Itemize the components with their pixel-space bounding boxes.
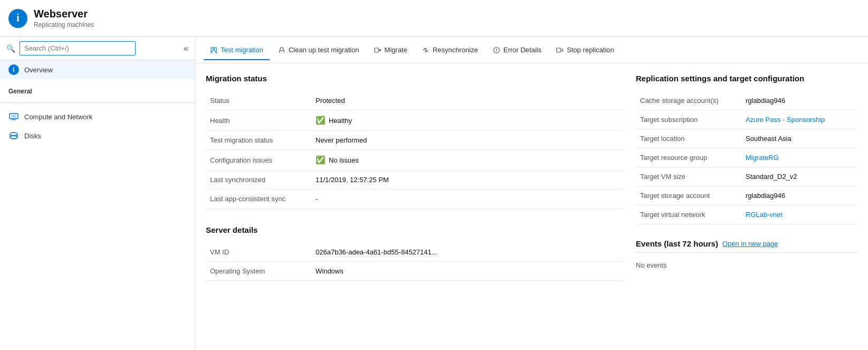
test-migration-status-value: Never performed: [311, 131, 623, 150]
migrate-icon: [374, 46, 381, 54]
table-row: Target storage account rglabdiag946: [636, 186, 857, 205]
target-subscription-link[interactable]: Azure Pass - Sponsorship: [746, 116, 825, 124]
config-check-icon: ✅: [316, 155, 326, 165]
tab-stop-replication[interactable]: Stop replication: [550, 40, 621, 60]
sidebar-item-disks[interactable]: Disks: [0, 126, 195, 145]
target-resource-group-value: MigrateRG: [741, 148, 857, 167]
svg-rect-14: [557, 48, 560, 52]
tab-bar: Test migration Clean up test migration M…: [195, 37, 868, 63]
info-icon: i: [8, 64, 19, 75]
sidebar-general-label: General: [0, 79, 195, 98]
test-migration-icon: [210, 46, 217, 54]
compute-icon: [8, 111, 19, 122]
cache-storage-label: Cache storage account(s): [636, 91, 741, 110]
target-location-value: Southeast Asia: [741, 129, 857, 148]
last-synchronized-label: Last synchronized: [206, 171, 311, 190]
top-header: i Webserver Replicating machines: [0, 0, 868, 37]
table-row: Test migration status Never performed: [206, 131, 623, 150]
migration-status-table: Status Protected Health ✅ Healthy: [206, 91, 623, 209]
migration-status-title: Migration status: [206, 74, 623, 83]
svg-rect-2: [12, 119, 15, 120]
configuration-issues-label: Configuration issues: [206, 150, 311, 171]
health-label: Health: [206, 110, 311, 131]
vm-id-value: 026a7b36-adea-4a61-bd55-84527141...: [311, 243, 623, 262]
tab-migrate[interactable]: Migrate: [368, 40, 414, 60]
no-events-text: No events: [636, 257, 857, 273]
resynchronize-icon: [422, 46, 430, 54]
table-row: Operating System Windows: [206, 262, 623, 281]
error-details-icon: [493, 46, 500, 54]
disk-icon: [8, 130, 19, 141]
events-title: Events (last 72 hours): [636, 239, 718, 248]
stop-replication-icon: [556, 46, 564, 54]
health-check-icon: ✅: [316, 116, 326, 125]
sidebar: 🔍 « i Overview General: [0, 37, 195, 350]
svg-rect-3: [11, 120, 16, 120]
target-location-label: Target location: [636, 129, 741, 148]
tab-resynchronize-label: Resynchronize: [433, 46, 478, 54]
events-open-link[interactable]: Open in new page: [722, 240, 778, 248]
main-layout: 🔍 « i Overview General: [0, 37, 868, 350]
tab-migrate-label: Migrate: [385, 46, 407, 54]
health-value: ✅ Healthy: [311, 110, 623, 131]
last-synchronized-value: 11/1/2019, 12:57:25 PM: [311, 171, 623, 190]
last-app-sync-value: -: [311, 190, 623, 209]
tab-clean-up-test-migration[interactable]: Clean up test migration: [272, 40, 366, 60]
scroll-content: Migration status Status Protected Health: [195, 63, 868, 350]
target-resource-group-label: Target resource group: [636, 148, 741, 167]
tab-error-details[interactable]: Error Details: [487, 40, 548, 60]
table-row: Target location Southeast Asia: [636, 129, 857, 148]
svg-rect-7: [375, 48, 378, 52]
target-subscription-value: Azure Pass - Sponsorship: [741, 110, 857, 129]
sidebar-item-overview[interactable]: i Overview: [0, 60, 195, 79]
search-icon: 🔍: [6, 44, 15, 53]
test-migration-status-label: Test migration status: [206, 131, 311, 150]
collapse-button[interactable]: «: [184, 44, 188, 53]
page-subtitle: Replicating machines: [34, 21, 94, 29]
server-details-title: Server details: [206, 225, 623, 234]
vm-id-label: VM ID: [206, 243, 311, 262]
svg-rect-1: [11, 115, 16, 118]
events-divider: [636, 252, 857, 253]
target-subscription-label: Target subscription: [636, 110, 741, 129]
search-input[interactable]: [20, 41, 136, 55]
os-value: Windows: [311, 262, 623, 281]
target-vm-size-value: Standard_D2_v2: [741, 167, 857, 186]
configuration-issues-value: ✅ No issues: [311, 150, 623, 171]
svg-point-4: [10, 133, 17, 136]
table-row: Target virtual network RGLab-vnet: [636, 205, 857, 224]
target-virtual-network-value: RGLab-vnet: [741, 205, 857, 224]
compute-and-network-label: Compute and Network: [24, 113, 92, 121]
table-row: Last app-consistent sync -: [206, 190, 623, 209]
replication-settings-title: Replication settings and target configur…: [636, 74, 857, 83]
target-vm-size-label: Target VM size: [636, 167, 741, 186]
header-icon: i: [8, 9, 27, 28]
target-resource-group-link[interactable]: MigrateRG: [746, 154, 779, 162]
tab-clean-up-label: Clean up test migration: [289, 46, 359, 54]
sidebar-item-compute-and-network[interactable]: Compute and Network: [0, 107, 195, 126]
replication-settings-table: Cache storage account(s) rglabdiag946 Ta…: [636, 91, 857, 224]
sidebar-overview-label: Overview: [24, 66, 53, 74]
target-storage-account-value: rglabdiag946: [741, 186, 857, 205]
table-row: Target resource group MigrateRG: [636, 148, 857, 167]
clean-up-icon: [278, 46, 285, 54]
target-virtual-network-link[interactable]: RGLab-vnet: [746, 211, 783, 219]
content-area: Test migration Clean up test migration M…: [195, 37, 868, 350]
status-value: Protected: [311, 91, 623, 110]
status-label: Status: [206, 91, 311, 110]
target-storage-account-label: Target storage account: [636, 186, 741, 205]
table-row: Configuration issues ✅ No issues: [206, 150, 623, 171]
svg-point-13: [496, 51, 497, 52]
cache-storage-value: rglabdiag946: [741, 91, 857, 110]
table-row: Cache storage account(s) rglabdiag946: [636, 91, 857, 110]
target-virtual-network-label: Target virtual network: [636, 205, 741, 224]
tab-stop-replication-label: Stop replication: [567, 46, 614, 54]
table-row: Health ✅ Healthy: [206, 110, 623, 131]
tab-test-migration[interactable]: Test migration: [204, 40, 270, 60]
tab-resynchronize[interactable]: Resynchronize: [416, 40, 484, 60]
svg-point-5: [10, 136, 17, 139]
tab-error-details-label: Error Details: [503, 46, 541, 54]
disks-label: Disks: [24, 132, 41, 140]
left-column: Migration status Status Protected Health: [206, 74, 623, 339]
table-row: VM ID 026a7b36-adea-4a61-bd55-84527141..…: [206, 243, 623, 262]
